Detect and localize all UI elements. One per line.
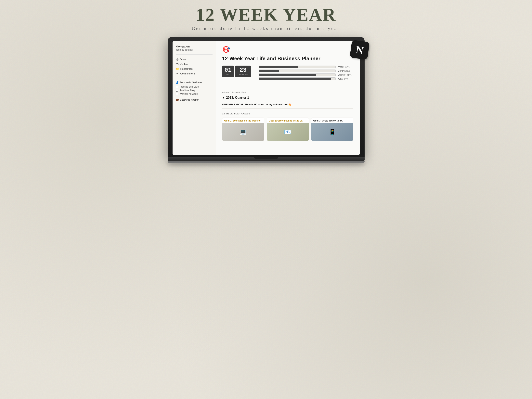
progress-row-year: Year: 94% (259, 77, 353, 80)
notion-app: Navigation Youtube Tutorial ◎ Vision 🗃 A… (172, 41, 360, 155)
laptop-bottom (168, 161, 365, 163)
personal-focus-icon: 👤 (176, 81, 179, 84)
sidebar-item-commitment-label: Commitment (180, 72, 195, 75)
page-wrapper: 12 WEEK YEAR Get more done in 12 weeks t… (158, 6, 374, 163)
laptop-screen: Navigation Youtube Tutorial ◎ Vision 🗃 A… (172, 41, 360, 155)
main-title: 12 WEEK YEAR (192, 6, 340, 24)
laptop-base (168, 157, 365, 161)
laptop-outer: Navigation Youtube Tutorial ◎ Vision 🗃 A… (168, 37, 365, 157)
sidebar-nav-label: Navigation (176, 45, 213, 48)
notion-badge: N (350, 40, 370, 60)
progress-label-year: Year: 94% (338, 77, 353, 80)
page-title: 12-Week Year Life and Business Planner (222, 56, 353, 62)
progress-track-year (259, 77, 336, 80)
progress-row-quarter: Quarter: 75% (259, 73, 353, 76)
clock-display: 01 PM 23 THURSDAY (222, 66, 251, 77)
progress-section: Week: 51% Month: 26% (259, 66, 353, 81)
business-focus-title: 💼 Business Focus: (176, 98, 213, 101)
sidebar-divider (176, 54, 213, 55)
checklist-self-care-label: Practice Self-Care (180, 85, 199, 88)
goal-card-3-img (311, 123, 353, 141)
sidebar-item-resources-label: Resources (180, 67, 193, 70)
progress-fill-month (259, 70, 279, 72)
business-focus-icon: 💼 (176, 98, 179, 101)
content-divider (222, 87, 353, 87)
goal-card-1-img (222, 123, 264, 141)
vision-icon: ◎ (176, 58, 179, 61)
goal-card-2-title: Goal 2: Grow mailing list to 2K (267, 118, 309, 123)
clock-period: PM (225, 74, 232, 76)
subtitle: Get more done in 12 weeks than others do… (192, 26, 340, 31)
laptop-wrapper: N Navigation Youtube Tutorial ◎ Vision (168, 37, 365, 163)
quarter-header[interactable]: ▼ 2023: Quarter 1 (222, 96, 353, 100)
checklist-sleep-label: Prioritise Sleep (180, 89, 196, 92)
goal-card-1-title: Goal 1: 300 sales on the website (222, 118, 264, 123)
clock-minute-block: 23 THURSDAY (235, 66, 251, 77)
checkbox-sleep[interactable] (176, 89, 178, 92)
goal-card-2[interactable]: Goal 2: Grow mailing list to 2K (267, 118, 309, 141)
sidebar-item-commitment[interactable]: ≡ Commitment (176, 71, 213, 76)
progress-fill-year (259, 78, 331, 80)
progress-track-week (259, 66, 336, 68)
progress-fill-week (259, 66, 298, 68)
clock-hour-block: 01 PM (222, 66, 234, 77)
checkbox-workout[interactable] (176, 93, 178, 95)
goal-card-2-img (267, 123, 309, 141)
new-12week-link[interactable]: + New 12-Week Year (222, 91, 353, 94)
main-content: 🎯 12-Week Year Life and Business Planner… (216, 41, 360, 155)
sidebar: Navigation Youtube Tutorial ◎ Vision 🗃 A… (172, 41, 216, 155)
progress-label-month: Month: 26% (338, 70, 353, 72)
notion-letter: N (355, 44, 364, 56)
page-icon: 🎯 (222, 46, 353, 53)
sidebar-item-vision-label: Vision (180, 58, 187, 61)
clock-hour: 01 (225, 67, 232, 73)
progress-label-quarter: Quarter: 75% (338, 73, 353, 76)
checkbox-self-care[interactable] (176, 86, 178, 88)
clock-progress-row: 01 PM 23 THURSDAY (222, 66, 353, 81)
header: 12 WEEK YEAR Get more done in 12 weeks t… (192, 6, 340, 31)
progress-fill-quarter (259, 74, 316, 76)
checklist-self-care: Practice Self-Care (176, 85, 213, 89)
sidebar-item-archive[interactable]: 🗃 Archive (176, 62, 213, 66)
one-year-goal: ONE-YEAR GOAL: Reach 1K sales on my onli… (222, 103, 353, 108)
resources-icon: 📁 (176, 67, 179, 70)
sidebar-item-archive-label: Archive (180, 63, 189, 66)
progress-track-month (259, 70, 336, 72)
personal-focus-label: Personal Life Focus (180, 81, 202, 84)
goals-label: 12-WEEK YEAR GOALS (222, 113, 353, 115)
checklist-sleep: Prioritise Sleep (176, 89, 213, 92)
goal-card-3-title: Goal 3: Grow TikTok to 5K (311, 118, 353, 123)
progress-row-week: Week: 51% (259, 66, 353, 68)
checklist-workout-label: Workout 4x week (180, 93, 198, 95)
goals-grid: Goal 1: 300 sales on the website Goal 2:… (222, 118, 353, 141)
sidebar-divider-2 (176, 78, 213, 78)
laptop-notch (254, 157, 278, 159)
progress-label-week: Week: 51% (338, 66, 353, 68)
archive-icon: 🗃 (176, 63, 179, 66)
goal-card-3[interactable]: Goal 3: Grow TikTok to 5K (311, 118, 353, 141)
goal-card-1[interactable]: Goal 1: 300 sales on the website (222, 118, 264, 141)
business-focus-label: Business Focus: (180, 98, 199, 101)
checklist-workout: Workout 4x week (176, 92, 213, 96)
sidebar-item-resources[interactable]: 📁 Resources (176, 66, 213, 71)
progress-track-quarter (259, 73, 336, 76)
progress-row-month: Month: 26% (259, 70, 353, 72)
sidebar-tutorial-link[interactable]: Youtube Tutorial (176, 48, 213, 51)
clock-day: THURSDAY (238, 74, 249, 76)
clock-minute: 23 (238, 67, 249, 73)
commitment-icon: ≡ (176, 72, 179, 75)
sidebar-item-vision[interactable]: ◎ Vision (176, 57, 213, 62)
personal-focus-title: 👤 Personal Life Focus (176, 81, 213, 84)
